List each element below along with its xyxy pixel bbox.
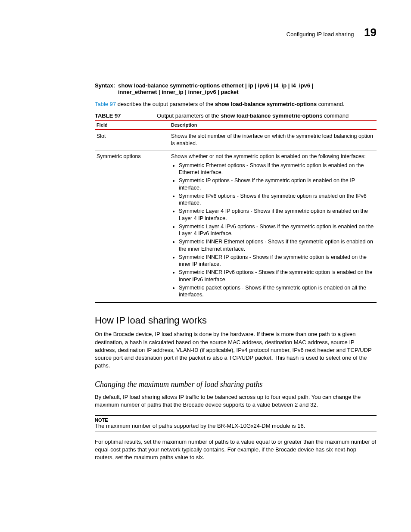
running-header: Configuring IP load sharing 19 [34,26,377,39]
list-item: Symmetric INNER IP options - Shows if th… [179,254,375,268]
output-parameters-table: Field Description Slot Shows the slot nu… [95,120,377,303]
list-item: Symmetric Layer 4 IPv6 options - Shows i… [179,223,375,237]
table-ref-link[interactable]: Table 97 [95,101,116,107]
table-label: TABLE 97 [95,112,121,119]
cell-desc-intro: Shows whether or not the symmetric optio… [171,153,375,160]
intro-text-2: command. [317,101,344,107]
cell-description: Shows the slot number of the interface o… [169,130,377,150]
intro-cmd: show load-balance symmetric-options [215,101,317,107]
list-item: Symmetric INNER IPv6 options - Shows if … [179,269,375,283]
syntax-label: Syntax: [95,82,115,89]
col-header-description: Description [169,120,377,130]
col-header-field: Field [95,120,169,130]
syntax-line-2: inner_ethernet | inner_ip | inner_ipv6 |… [118,89,377,95]
list-item: Symmetric IPv6 options - Shows if the sy… [179,193,375,207]
cell-field: Slot [95,130,169,150]
table-row: Symmetric options Shows whether or not t… [95,150,377,302]
chapter-number: 19 [364,26,377,39]
list-item: Symmetric IP options - Shows if the symm… [179,177,375,191]
subsection-paragraph-2: For optimal results, set the maximum num… [95,438,377,462]
subsection-heading: Changing the maximum number of load shar… [95,380,377,389]
cell-field: Symmetric options [95,150,169,302]
subsection-paragraph-1: By default, IP load sharing allows IP tr… [95,393,377,409]
list-item: Symmetric INNER Ethernet options - Shows… [179,238,375,252]
syntax-line-1: show load-balance symmetric-options ethe… [117,82,314,89]
cell-description: Shows whether or not the symmetric optio… [169,150,377,302]
table-title: Output parameters of the show load-balan… [157,112,349,119]
table-caption: TABLE 97 Output parameters of the show l… [95,112,377,119]
syntax-block: Syntax: show load-balance symmetric-opti… [95,82,377,95]
list-item: Symmetric Ethernet options - Shows if th… [179,162,375,176]
list-item: Symmetric Layer 4 IP options - Shows if … [179,208,375,222]
note-block: NOTE The maximum number of paths support… [95,415,377,432]
symmetric-options-list: Symmetric Ethernet options - Shows if th… [171,162,375,299]
running-title: Configuring IP load sharing [286,31,354,37]
note-body: The maximum number of paths supported by… [95,423,377,429]
intro-text-1: describes the output parameters of the [116,101,215,107]
content-body: Syntax: show load-balance symmetric-opti… [95,82,377,461]
list-item: Symmetric packet options - Shows if the … [179,284,375,299]
page: Configuring IP load sharing 19 Syntax: s… [0,0,411,532]
table-header-row: Field Description [95,120,377,130]
section-heading: How IP load sharing works [95,315,377,326]
table-row: Slot Shows the slot number of the interf… [95,130,377,150]
section-paragraph: On the Brocade device, IP load sharing i… [95,330,377,370]
note-label: NOTE [95,417,377,423]
intro-paragraph: Table 97 describes the output parameters… [95,100,377,108]
